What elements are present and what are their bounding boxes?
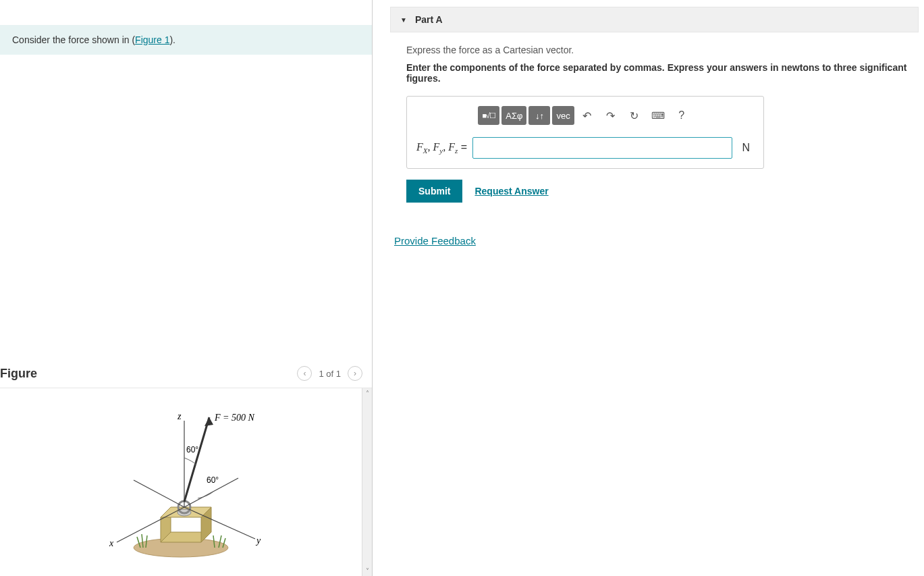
- figure-section: Figure ‹ 1 of 1 ›: [0, 361, 372, 576]
- vector-button[interactable]: vec: [552, 106, 574, 125]
- feedback-row: Provide Feedback: [373, 235, 924, 246]
- figure-header: Figure ‹ 1 of 1 ›: [0, 361, 372, 388]
- answer-box: ■√☐ ΑΣφ ↓↑ vec ↶ ↷ ↻ ⌨ ? FX, Fy,: [406, 96, 764, 169]
- x-axis-label: x: [109, 538, 114, 548]
- spacer: [0, 55, 372, 361]
- scroll-down-icon[interactable]: ˅: [362, 566, 372, 576]
- undo-button[interactable]: ↶: [576, 106, 598, 125]
- intro-prefix: Consider the force shown in (: [12, 34, 135, 45]
- force-label: F = 500 N: [214, 413, 254, 423]
- svg-marker-19: [205, 417, 213, 426]
- part-title: Part A: [415, 14, 443, 25]
- left-panel: Consider the force shown in (Figure 1). …: [0, 0, 373, 576]
- right-panel: ▼ Part A Express the force as a Cartesia…: [373, 0, 924, 576]
- request-answer-link[interactable]: Request Answer: [474, 186, 548, 197]
- redo-button[interactable]: ↷: [600, 106, 622, 125]
- submit-row: Submit Request Answer: [406, 180, 924, 203]
- instruction-2: Enter the components of the force separa…: [406, 62, 924, 84]
- instruction-1: Express the force as a Cartesian vector.: [406, 45, 924, 55]
- part-header[interactable]: ▼ Part A: [390, 7, 919, 32]
- collapse-icon: ▼: [400, 16, 407, 24]
- figure-scrollbar[interactable]: ˄ ˅: [362, 388, 372, 576]
- greek-button[interactable]: ΑΣφ: [501, 106, 526, 125]
- figure-image: z F = 500 N 60° 60° x y: [0, 388, 362, 576]
- input-row: FX, Fy, Fz = N: [416, 137, 754, 159]
- figure-next-button[interactable]: ›: [348, 366, 362, 381]
- answer-input[interactable]: [472, 137, 732, 159]
- unit-label: N: [738, 142, 754, 154]
- problem-intro: Consider the force shown in (Figure 1).: [0, 25, 372, 55]
- submit-button[interactable]: Submit: [406, 180, 462, 203]
- figure-link[interactable]: Figure 1: [135, 34, 169, 45]
- angle1-label: 60°: [186, 445, 198, 454]
- figure-prev-button[interactable]: ‹: [297, 366, 312, 381]
- equation-toolbar: ■√☐ ΑΣφ ↓↑ vec ↶ ↷ ↻ ⌨ ?: [478, 106, 692, 125]
- scroll-up-icon[interactable]: ˄: [362, 388, 372, 398]
- help-button[interactable]: ?: [671, 106, 692, 125]
- variable-label: FX, Fy, Fz =: [416, 141, 467, 155]
- figure-nav: ‹ 1 of 1 ›: [297, 366, 369, 381]
- subscript-button[interactable]: ↓↑: [528, 106, 550, 125]
- figure-title: Figure: [0, 367, 37, 381]
- y-axis-label: y: [255, 535, 261, 546]
- intro-suffix: ).: [169, 34, 175, 45]
- templates-button[interactable]: ■√☐: [478, 106, 499, 125]
- provide-feedback-link[interactable]: Provide Feedback: [394, 235, 476, 246]
- reset-button[interactable]: ↻: [624, 106, 645, 125]
- keyboard-button[interactable]: ⌨: [647, 106, 669, 125]
- figure-counter: 1 of 1: [319, 369, 341, 379]
- part-body: Express the force as a Cartesian vector.…: [373, 45, 924, 203]
- z-axis-label: z: [177, 411, 182, 421]
- svg-line-16: [134, 480, 184, 507]
- angle2-label: 60°: [207, 475, 219, 485]
